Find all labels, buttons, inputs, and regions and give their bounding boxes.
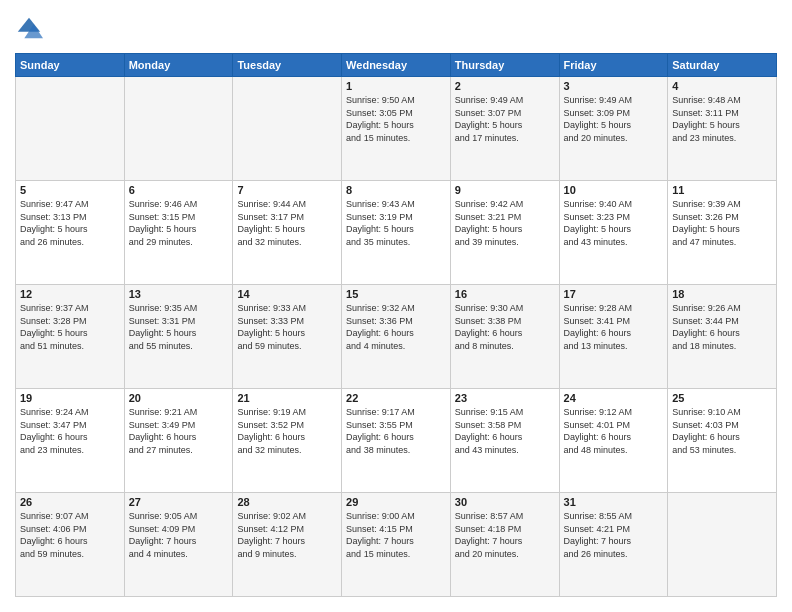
header xyxy=(15,15,777,43)
day-cell-7: 7Sunrise: 9:44 AM Sunset: 3:17 PM Daylig… xyxy=(233,181,342,285)
day-cell-10: 10Sunrise: 9:40 AM Sunset: 3:23 PM Dayli… xyxy=(559,181,668,285)
weekday-header-monday: Monday xyxy=(124,54,233,77)
day-number: 10 xyxy=(564,184,664,196)
day-detail: Sunrise: 9:44 AM Sunset: 3:17 PM Dayligh… xyxy=(237,198,337,248)
week-row-4: 19Sunrise: 9:24 AM Sunset: 3:47 PM Dayli… xyxy=(16,389,777,493)
day-number: 30 xyxy=(455,496,555,508)
empty-cell xyxy=(233,77,342,181)
day-detail: Sunrise: 9:21 AM Sunset: 3:49 PM Dayligh… xyxy=(129,406,229,456)
day-number: 14 xyxy=(237,288,337,300)
day-number: 1 xyxy=(346,80,446,92)
day-cell-28: 28Sunrise: 9:02 AM Sunset: 4:12 PM Dayli… xyxy=(233,493,342,597)
empty-cell xyxy=(16,77,125,181)
day-cell-19: 19Sunrise: 9:24 AM Sunset: 3:47 PM Dayli… xyxy=(16,389,125,493)
day-cell-16: 16Sunrise: 9:30 AM Sunset: 3:38 PM Dayli… xyxy=(450,285,559,389)
day-detail: Sunrise: 9:33 AM Sunset: 3:33 PM Dayligh… xyxy=(237,302,337,352)
day-detail: Sunrise: 9:46 AM Sunset: 3:15 PM Dayligh… xyxy=(129,198,229,248)
day-number: 12 xyxy=(20,288,120,300)
day-number: 7 xyxy=(237,184,337,196)
day-detail: Sunrise: 9:12 AM Sunset: 4:01 PM Dayligh… xyxy=(564,406,664,456)
day-cell-1: 1Sunrise: 9:50 AM Sunset: 3:05 PM Daylig… xyxy=(342,77,451,181)
day-cell-17: 17Sunrise: 9:28 AM Sunset: 3:41 PM Dayli… xyxy=(559,285,668,389)
day-number: 25 xyxy=(672,392,772,404)
day-number: 2 xyxy=(455,80,555,92)
day-cell-13: 13Sunrise: 9:35 AM Sunset: 3:31 PM Dayli… xyxy=(124,285,233,389)
day-number: 19 xyxy=(20,392,120,404)
weekday-header-tuesday: Tuesday xyxy=(233,54,342,77)
day-detail: Sunrise: 9:49 AM Sunset: 3:09 PM Dayligh… xyxy=(564,94,664,144)
weekday-header-wednesday: Wednesday xyxy=(342,54,451,77)
day-cell-8: 8Sunrise: 9:43 AM Sunset: 3:19 PM Daylig… xyxy=(342,181,451,285)
day-detail: Sunrise: 9:48 AM Sunset: 3:11 PM Dayligh… xyxy=(672,94,772,144)
day-number: 20 xyxy=(129,392,229,404)
day-cell-18: 18Sunrise: 9:26 AM Sunset: 3:44 PM Dayli… xyxy=(668,285,777,389)
day-number: 24 xyxy=(564,392,664,404)
logo xyxy=(15,15,47,43)
day-cell-31: 31Sunrise: 8:55 AM Sunset: 4:21 PM Dayli… xyxy=(559,493,668,597)
empty-cell xyxy=(124,77,233,181)
day-cell-5: 5Sunrise: 9:47 AM Sunset: 3:13 PM Daylig… xyxy=(16,181,125,285)
day-detail: Sunrise: 8:57 AM Sunset: 4:18 PM Dayligh… xyxy=(455,510,555,560)
day-cell-20: 20Sunrise: 9:21 AM Sunset: 3:49 PM Dayli… xyxy=(124,389,233,493)
day-detail: Sunrise: 9:30 AM Sunset: 3:38 PM Dayligh… xyxy=(455,302,555,352)
day-cell-12: 12Sunrise: 9:37 AM Sunset: 3:28 PM Dayli… xyxy=(16,285,125,389)
day-detail: Sunrise: 9:47 AM Sunset: 3:13 PM Dayligh… xyxy=(20,198,120,248)
calendar-page: SundayMondayTuesdayWednesdayThursdayFrid… xyxy=(0,0,792,612)
day-cell-29: 29Sunrise: 9:00 AM Sunset: 4:15 PM Dayli… xyxy=(342,493,451,597)
day-detail: Sunrise: 9:19 AM Sunset: 3:52 PM Dayligh… xyxy=(237,406,337,456)
day-detail: Sunrise: 9:43 AM Sunset: 3:19 PM Dayligh… xyxy=(346,198,446,248)
day-number: 9 xyxy=(455,184,555,196)
day-number: 28 xyxy=(237,496,337,508)
day-detail: Sunrise: 9:07 AM Sunset: 4:06 PM Dayligh… xyxy=(20,510,120,560)
day-cell-22: 22Sunrise: 9:17 AM Sunset: 3:55 PM Dayli… xyxy=(342,389,451,493)
day-cell-3: 3Sunrise: 9:49 AM Sunset: 3:09 PM Daylig… xyxy=(559,77,668,181)
day-number: 29 xyxy=(346,496,446,508)
day-number: 11 xyxy=(672,184,772,196)
day-number: 26 xyxy=(20,496,120,508)
day-number: 22 xyxy=(346,392,446,404)
day-cell-23: 23Sunrise: 9:15 AM Sunset: 3:58 PM Dayli… xyxy=(450,389,559,493)
day-cell-21: 21Sunrise: 9:19 AM Sunset: 3:52 PM Dayli… xyxy=(233,389,342,493)
weekday-header-thursday: Thursday xyxy=(450,54,559,77)
day-detail: Sunrise: 9:17 AM Sunset: 3:55 PM Dayligh… xyxy=(346,406,446,456)
day-detail: Sunrise: 9:02 AM Sunset: 4:12 PM Dayligh… xyxy=(237,510,337,560)
calendar-table: SundayMondayTuesdayWednesdayThursdayFrid… xyxy=(15,53,777,597)
week-row-5: 26Sunrise: 9:07 AM Sunset: 4:06 PM Dayli… xyxy=(16,493,777,597)
day-cell-26: 26Sunrise: 9:07 AM Sunset: 4:06 PM Dayli… xyxy=(16,493,125,597)
weekday-header-friday: Friday xyxy=(559,54,668,77)
day-detail: Sunrise: 9:28 AM Sunset: 3:41 PM Dayligh… xyxy=(564,302,664,352)
day-number: 27 xyxy=(129,496,229,508)
day-cell-11: 11Sunrise: 9:39 AM Sunset: 3:26 PM Dayli… xyxy=(668,181,777,285)
day-number: 23 xyxy=(455,392,555,404)
day-number: 21 xyxy=(237,392,337,404)
day-number: 8 xyxy=(346,184,446,196)
day-cell-15: 15Sunrise: 9:32 AM Sunset: 3:36 PM Dayli… xyxy=(342,285,451,389)
day-detail: Sunrise: 9:35 AM Sunset: 3:31 PM Dayligh… xyxy=(129,302,229,352)
day-number: 4 xyxy=(672,80,772,92)
day-detail: Sunrise: 9:42 AM Sunset: 3:21 PM Dayligh… xyxy=(455,198,555,248)
day-detail: Sunrise: 9:50 AM Sunset: 3:05 PM Dayligh… xyxy=(346,94,446,144)
week-row-3: 12Sunrise: 9:37 AM Sunset: 3:28 PM Dayli… xyxy=(16,285,777,389)
day-detail: Sunrise: 9:26 AM Sunset: 3:44 PM Dayligh… xyxy=(672,302,772,352)
day-cell-2: 2Sunrise: 9:49 AM Sunset: 3:07 PM Daylig… xyxy=(450,77,559,181)
week-row-1: 1Sunrise: 9:50 AM Sunset: 3:05 PM Daylig… xyxy=(16,77,777,181)
weekday-header-saturday: Saturday xyxy=(668,54,777,77)
day-number: 15 xyxy=(346,288,446,300)
day-detail: Sunrise: 9:32 AM Sunset: 3:36 PM Dayligh… xyxy=(346,302,446,352)
day-detail: Sunrise: 9:49 AM Sunset: 3:07 PM Dayligh… xyxy=(455,94,555,144)
day-cell-24: 24Sunrise: 9:12 AM Sunset: 4:01 PM Dayli… xyxy=(559,389,668,493)
day-number: 31 xyxy=(564,496,664,508)
day-cell-25: 25Sunrise: 9:10 AM Sunset: 4:03 PM Dayli… xyxy=(668,389,777,493)
day-detail: Sunrise: 9:05 AM Sunset: 4:09 PM Dayligh… xyxy=(129,510,229,560)
logo-icon xyxy=(15,15,43,43)
day-detail: Sunrise: 9:37 AM Sunset: 3:28 PM Dayligh… xyxy=(20,302,120,352)
day-number: 5 xyxy=(20,184,120,196)
day-detail: Sunrise: 9:40 AM Sunset: 3:23 PM Dayligh… xyxy=(564,198,664,248)
day-cell-27: 27Sunrise: 9:05 AM Sunset: 4:09 PM Dayli… xyxy=(124,493,233,597)
day-detail: Sunrise: 9:24 AM Sunset: 3:47 PM Dayligh… xyxy=(20,406,120,456)
day-cell-9: 9Sunrise: 9:42 AM Sunset: 3:21 PM Daylig… xyxy=(450,181,559,285)
weekday-header-row: SundayMondayTuesdayWednesdayThursdayFrid… xyxy=(16,54,777,77)
day-detail: Sunrise: 9:00 AM Sunset: 4:15 PM Dayligh… xyxy=(346,510,446,560)
day-number: 16 xyxy=(455,288,555,300)
week-row-2: 5Sunrise: 9:47 AM Sunset: 3:13 PM Daylig… xyxy=(16,181,777,285)
